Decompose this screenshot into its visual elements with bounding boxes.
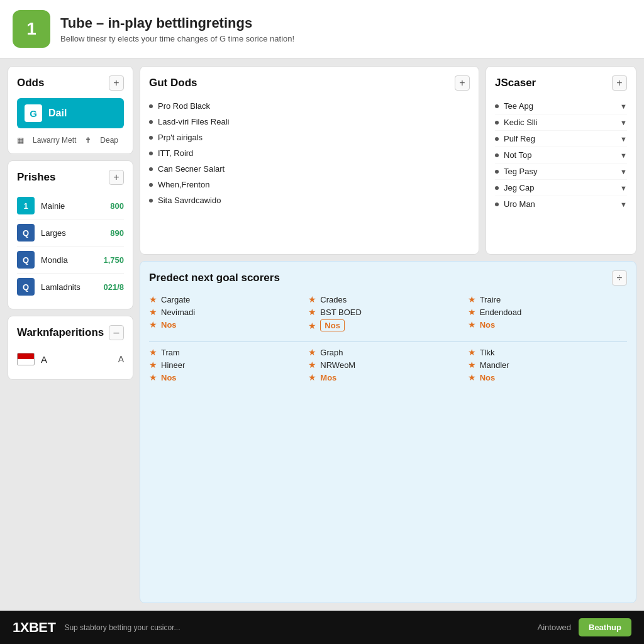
list-item[interactable]: ITT, Roird: [149, 145, 470, 161]
list-item[interactable]: ★ Cargate: [149, 294, 308, 304]
predict-nos-box[interactable]: Nos: [320, 319, 345, 331]
prish-name-3: Mondla: [41, 255, 97, 265]
prish-val-3: 1,750: [103, 255, 124, 265]
list-item[interactable]: ★ Nevimadi: [149, 307, 308, 317]
predict-card: Predect next goal scorers ÷ ★ Cargate ★ …: [140, 261, 636, 603]
list-item[interactable]: Q Larges 890: [17, 219, 124, 247]
star-icon: ★: [308, 321, 316, 331]
list-item[interactable]: Q Mondla 1,750: [17, 247, 124, 274]
list-item[interactable]: ★ BST BOED: [308, 307, 467, 317]
star-icon: ★: [468, 347, 476, 357]
prish-icon-3: Q: [17, 251, 35, 269]
warknfap-card: Warknfaperitions – A A: [8, 316, 133, 380]
chevron-down-icon: ▼: [620, 168, 627, 175]
list-item[interactable]: ★ Tram: [149, 347, 308, 357]
list-item[interactable]: ★ Hineer: [149, 360, 308, 370]
predict-group-1: ★ Cargate ★ Nevimadi ★ Nos: [149, 294, 308, 331]
list-item[interactable]: Kedic Slli ▼: [495, 114, 627, 131]
predict-endendoad: Endendoad: [480, 308, 522, 317]
list-item[interactable]: Pulf Reg ▼: [495, 131, 627, 147]
list-item[interactable]: Can Secner Salart: [149, 161, 470, 177]
gut-dods-list: Pro Rod Black Lasd-viri Files Reali Prp'…: [149, 98, 470, 208]
predict-nevimadi: Nevimadi: [161, 308, 195, 317]
bullet-icon: [495, 121, 499, 125]
flag-icon: [17, 353, 35, 365]
list-item[interactable]: Q Lamladnits 021/8: [17, 274, 124, 300]
star-icon: ★: [468, 372, 476, 382]
list-item[interactable]: Pro Rod Black: [149, 98, 470, 114]
odds-meta-icon1: ▦: [17, 136, 24, 145]
header-text: Tube – in-play bettlingretings Bellow ti…: [60, 15, 294, 43]
star-icon: ★: [308, 347, 316, 357]
predict-cargate: Cargate: [161, 295, 190, 304]
star-icon: ★: [149, 294, 157, 304]
list-item[interactable]: 1 Mainie 800: [17, 192, 124, 219]
predict-header: Predect next goal scorers ÷: [149, 270, 627, 286]
predict-hineer: Hineer: [161, 360, 185, 370]
predict-nos-1: Nos: [161, 320, 177, 330]
list-item[interactable]: ★ Nos: [468, 319, 627, 330]
star-icon: ★: [308, 307, 316, 317]
odds-dail-button[interactable]: G Dail: [17, 98, 124, 128]
bullet-icon: [149, 136, 153, 140]
list-item[interactable]: ★ Endendoad: [468, 307, 627, 317]
list-item[interactable]: ★ NRWeoM: [308, 360, 467, 370]
star-icon: ★: [308, 372, 316, 382]
list-item[interactable]: Tee Apg ▼: [495, 98, 627, 114]
chevron-down-icon: ▼: [620, 152, 627, 159]
star-icon: ★: [149, 307, 157, 317]
predict-plus-button[interactable]: ÷: [612, 270, 627, 286]
list-item[interactable]: Prp't airigals: [149, 130, 470, 145]
bullet-icon: [495, 186, 499, 190]
logo: 1: [13, 10, 50, 48]
list-item[interactable]: A A: [17, 348, 124, 370]
list-item[interactable]: ★ Mandler: [468, 360, 627, 370]
star-icon: ★: [149, 360, 157, 370]
list-item[interactable]: When,Frenton: [149, 177, 470, 192]
list-item[interactable]: ★ Nos: [149, 372, 308, 382]
jscaser-header: JScaser +: [495, 75, 627, 91]
list-item[interactable]: ★ Graph: [308, 347, 467, 357]
odds-g-icon: G: [25, 104, 42, 122]
list-item[interactable]: ★ Nos: [468, 372, 627, 382]
gut-dods-plus-button[interactable]: +: [455, 75, 470, 91]
list-item[interactable]: Sita Savrdcawido: [149, 192, 470, 208]
list-item[interactable]: ★ Nos: [149, 319, 308, 330]
gut-dods-header: Gut Dods +: [149, 75, 470, 91]
footer-right: Aintowed Beathup: [538, 618, 631, 636]
list-item[interactable]: Not Top ▼: [495, 147, 627, 164]
jscaser-item-5: Teg Pasy: [504, 167, 537, 176]
bullet-icon: [495, 203, 499, 206]
page-subtitle: Bellow tinesr ty elects your time change…: [60, 34, 294, 43]
predict-bottom-grid: ★ Tram ★ Hineer ★ Nos ★ Graph: [149, 347, 627, 382]
footer-beathup-button[interactable]: Beathup: [579, 618, 631, 636]
bullet-icon: [149, 183, 153, 187]
predict-nrweom: NRWeoM: [320, 360, 355, 370]
odds-card: Odds + G Dail ▦ Lawarry Mett ✝ Deap: [8, 66, 133, 154]
prish-name-2: Larges: [41, 228, 104, 238]
list-item[interactable]: ★ Traire: [468, 294, 627, 304]
list-item[interactable]: Uro Man ▼: [495, 196, 627, 212]
gut-dods-title: Gut Dods: [149, 77, 197, 89]
bullet-icon: [149, 104, 153, 108]
gut-item-2: Lasd-viri Files Reali: [158, 117, 229, 126]
warknfap-header: Warknfaperitions –: [17, 325, 124, 340]
bullet-icon: [495, 137, 499, 141]
jscaser-item-4: Not Top: [504, 150, 532, 160]
jscaser-plus-button[interactable]: +: [612, 75, 627, 91]
list-item[interactable]: Jeg Cap ▼: [495, 180, 627, 196]
wark-label-a: A: [41, 354, 47, 365]
prish-val-2: 890: [110, 228, 124, 238]
chevron-down-icon: ▼: [620, 201, 627, 208]
odds-plus-button[interactable]: +: [109, 75, 124, 91]
warknfap-plus-button[interactable]: –: [109, 325, 124, 340]
bullet-icon: [149, 199, 153, 203]
list-item[interactable]: ★ Tlkk: [468, 347, 627, 357]
list-item[interactable]: ★ Nos: [308, 319, 467, 331]
list-item[interactable]: ★ Mos: [308, 372, 467, 382]
list-item[interactable]: ★ Crades: [308, 294, 467, 304]
list-item[interactable]: Teg Pasy ▼: [495, 164, 627, 180]
list-item[interactable]: Lasd-viri Files Reali: [149, 114, 470, 130]
gut-item-6: When,Frenton: [158, 180, 209, 189]
prishes-plus-button[interactable]: +: [109, 170, 124, 185]
